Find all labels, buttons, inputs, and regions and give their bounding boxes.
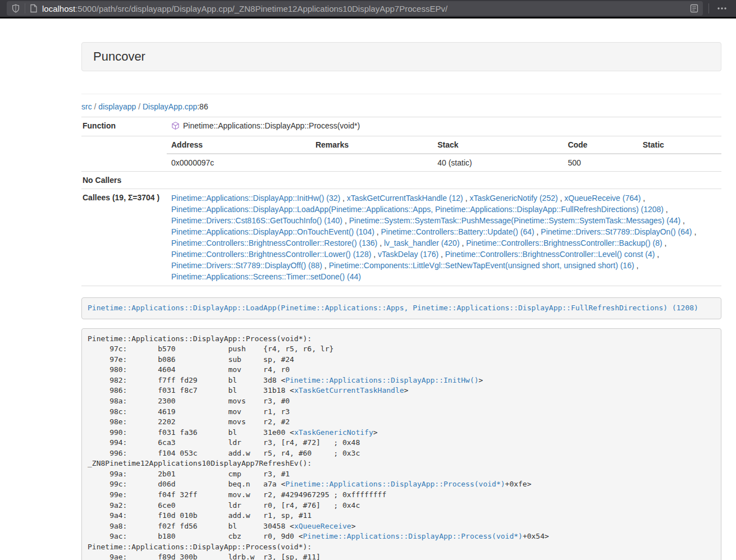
url-path: :5000/path/src/displayapp/DisplayApp.cpp… [75,4,447,13]
asm-symbol-link[interactable]: Pinetime::Applications::DisplayApp::Init… [285,376,478,384]
breadcrumb-link-displayapp[interactable]: displayapp [98,102,136,111]
toolbar-separator [708,3,709,13]
function-name: Pinetime::Applications::DisplayApp::Proc… [183,121,360,130]
metrics-table: Address Remarks Stack Code Static 0x0000… [167,136,721,171]
asm-symbol-link[interactable]: xTaskGetCurrentTaskHandle [294,386,404,394]
callee-link[interactable]: Pinetime::Applications::DisplayApp::Load… [171,205,664,214]
page-content: Puncover src / displayapp / DisplayApp.c… [81,19,721,560]
url-bar[interactable]: localhost:5000/path/src/displayapp/Displ… [7,1,703,16]
col-stack: Stack [433,136,563,154]
asm-symbol-link[interactable]: Pinetime::Applications::DisplayApp::Proc… [303,532,523,540]
asm-symbol-link[interactable]: xTaskGenericNotify [294,428,373,437]
callee-link[interactable]: xQueueReceive (764) [564,194,641,203]
reader-view-icon[interactable] [685,4,698,13]
metrics-header-row: Address Remarks Stack Code Static [167,136,721,154]
callee-link[interactable]: Pinetime::Components::LittleVgl::SetNewT… [329,261,634,270]
menu-button[interactable] [715,4,729,13]
table-row-function: Function Pinetime::Applications::Display… [81,117,721,136]
breadcrumb-line-number: :86 [197,102,208,111]
callee-link[interactable]: Pinetime::Drivers::St7789::DisplayOn() (… [541,227,692,236]
callee-link[interactable]: Pinetime::Controllers::BrightnessControl… [466,238,662,247]
breadcrumb-separator: / [94,102,97,111]
metrics-value-row: 0x0000097c 40 (static) 500 [167,154,721,171]
snippet-link[interactable]: Pinetime::Applications::DisplayApp::Load… [88,304,698,312]
urlbar-separator [25,3,25,13]
callee-link[interactable]: xTaskGetCurrentTaskHandle (12) [347,194,463,203]
callee-link[interactable]: Pinetime::System::SystemTask::PushMessag… [349,216,681,225]
breadcrumb-link-file[interactable]: DisplayApp.cpp [143,102,197,111]
url-text: localhost:5000/path/src/displayapp/Displ… [42,4,685,13]
value-stack: 40 (static) [433,154,563,171]
callee-link[interactable]: Pinetime::Drivers::St7789::DisplayOff() … [171,261,322,270]
callee-link[interactable]: Pinetime::Applications::DisplayApp::OnTo… [171,227,374,236]
breadcrumb-separator: / [138,102,140,111]
callee-link[interactable]: Pinetime::Controllers::Battery::Update()… [381,227,534,236]
metrics-row-label [81,136,167,172]
browser-toolbar: localhost:5000/path/src/displayapp/Displ… [0,0,736,19]
page-title: Puncover [93,49,710,64]
callees-list: Pinetime::Applications::DisplayApp::Init… [167,189,721,286]
table-row-metrics: Address Remarks Stack Code Static 0x0000… [81,136,721,172]
divider [81,94,721,94]
asm-symbol-link[interactable]: Pinetime::Applications::DisplayApp::Proc… [285,480,505,488]
url-host: localhost [42,4,75,13]
shield-icon[interactable] [11,4,20,13]
callee-link[interactable]: vTaskDelay (176) [378,250,438,259]
callee-link[interactable]: Pinetime::Applications::Screens::Timer::… [171,272,361,281]
value-remarks [311,154,433,171]
table-row-callees: Callees (19, Σ=3704 ) Pinetime::Applicat… [81,189,721,286]
callee-link[interactable]: Pinetime::Applications::DisplayApp::Init… [171,194,340,203]
breadcrumb-link-src[interactable]: src [81,102,92,111]
value-static [638,154,721,171]
table-row-no-callers: No Callers [81,172,721,189]
loadapp-snippet: Pinetime::Applications::DisplayApp::Load… [81,297,721,319]
callee-link[interactable]: Pinetime::Controllers::BrightnessControl… [171,238,377,247]
callee-link[interactable]: lv_task_handler (420) [384,238,460,247]
no-callers-label: No Callers [81,172,167,189]
value-address: 0x0000097c [167,154,311,171]
app-header-panel: Puncover [81,42,721,71]
function-row-label: Function [81,117,167,136]
callee-link[interactable]: xTaskGenericNotify (252) [469,194,557,203]
callee-link[interactable]: Pinetime::Drivers::Cst816S::GetTouchInfo… [171,216,342,225]
col-static: Static [638,136,721,154]
function-cube-icon [171,121,180,133]
callees-label: Callees (19, Σ=3704 ) [81,189,167,286]
callee-link[interactable]: Pinetime::Controllers::BrightnessControl… [445,250,655,259]
asm-symbol-link[interactable]: xQueueReceive [294,522,351,530]
breadcrumb: src / displayapp / DisplayApp.cpp:86 [81,101,721,112]
callee-link[interactable]: Pinetime::Controllers::BrightnessControl… [171,250,371,259]
col-remarks: Remarks [311,136,433,154]
no-callers-cell [167,172,721,189]
col-address: Address [167,136,311,154]
col-code: Code [563,136,638,154]
value-code: 500 [563,154,638,171]
function-table: Function Pinetime::Applications::Display… [81,117,721,286]
page-icon[interactable] [30,4,38,13]
assembly-code: Pinetime::Applications::DisplayApp::Proc… [81,328,721,560]
